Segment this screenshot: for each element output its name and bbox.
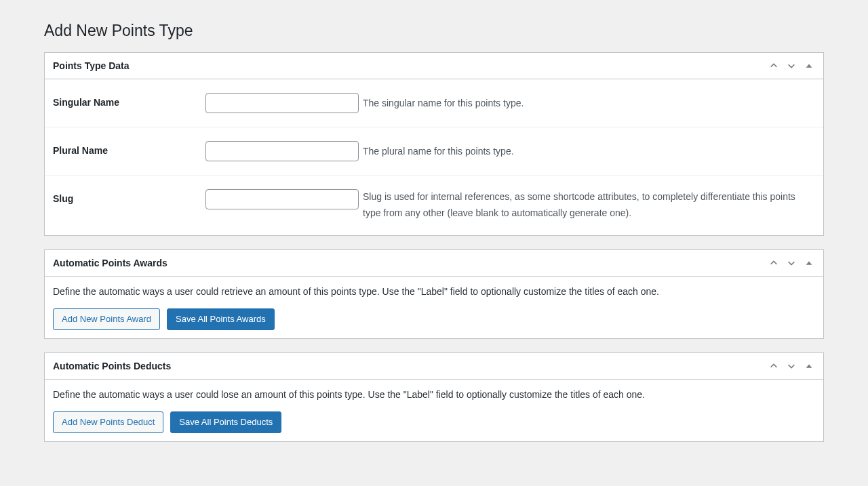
svg-marker-0 <box>806 64 812 67</box>
panel-header: Automatic Points Awards <box>45 250 823 277</box>
svg-marker-2 <box>806 364 812 367</box>
page-title: Add New Points Type <box>44 22 824 40</box>
chevron-down-icon[interactable] <box>785 60 797 72</box>
panel-body: Singular Name The singular name for this… <box>45 79 823 235</box>
chevron-up-icon[interactable] <box>768 60 780 72</box>
panel-controls <box>768 60 815 72</box>
panel-controls <box>768 360 815 372</box>
chevron-up-icon[interactable] <box>768 257 780 269</box>
singular-name-input[interactable] <box>205 93 359 113</box>
collapse-icon[interactable] <box>803 360 815 372</box>
collapse-icon[interactable] <box>803 60 815 72</box>
add-new-points-deduct-button[interactable]: Add New Points Deduct <box>53 411 163 433</box>
field-slug: Slug Slug is used for internal reference… <box>45 176 823 235</box>
save-all-points-awards-button[interactable]: Save All Points Awards <box>167 308 275 330</box>
panel-points-type-data: Points Type Data Singular Name The singu… <box>44 52 824 236</box>
chevron-down-icon[interactable] <box>785 257 797 269</box>
collapse-icon[interactable] <box>803 257 815 269</box>
field-label: Plural Name <box>53 141 205 156</box>
panel-body: Define the automatic ways a user could l… <box>45 380 823 441</box>
field-desc: The singular name for this points type. <box>363 96 524 110</box>
field-desc: Slug is used for internal references, as… <box>363 191 795 218</box>
panel-automatic-points-deducts: Automatic Points Deducts Define the auto… <box>44 352 824 442</box>
panel-controls <box>768 257 815 269</box>
chevron-down-icon[interactable] <box>785 360 797 372</box>
panel-desc: Define the automatic ways a user could r… <box>53 285 815 299</box>
panel-header: Points Type Data <box>45 53 823 79</box>
field-label: Slug <box>53 189 205 204</box>
field-plural-name: Plural Name The plural name for this poi… <box>45 127 823 176</box>
svg-marker-1 <box>806 261 812 264</box>
panel-title: Points Type Data <box>53 60 130 71</box>
panel-desc: Define the automatic ways a user could l… <box>53 388 815 402</box>
panel-automatic-points-awards: Automatic Points Awards Define the autom… <box>44 249 824 339</box>
chevron-up-icon[interactable] <box>768 360 780 372</box>
slug-input[interactable] <box>205 189 359 209</box>
add-new-points-award-button[interactable]: Add New Points Award <box>53 308 160 330</box>
field-singular-name: Singular Name The singular name for this… <box>45 79 823 127</box>
panel-title: Automatic Points Awards <box>53 258 167 268</box>
plural-name-input[interactable] <box>205 141 359 161</box>
panel-body: Define the automatic ways a user could r… <box>45 277 823 338</box>
panel-header: Automatic Points Deducts <box>45 353 823 380</box>
save-all-points-deducts-button[interactable]: Save All Points Deducts <box>170 411 281 433</box>
field-label: Singular Name <box>53 93 205 108</box>
panel-title: Automatic Points Deducts <box>53 361 171 371</box>
field-desc: The plural name for this points type. <box>363 144 514 159</box>
